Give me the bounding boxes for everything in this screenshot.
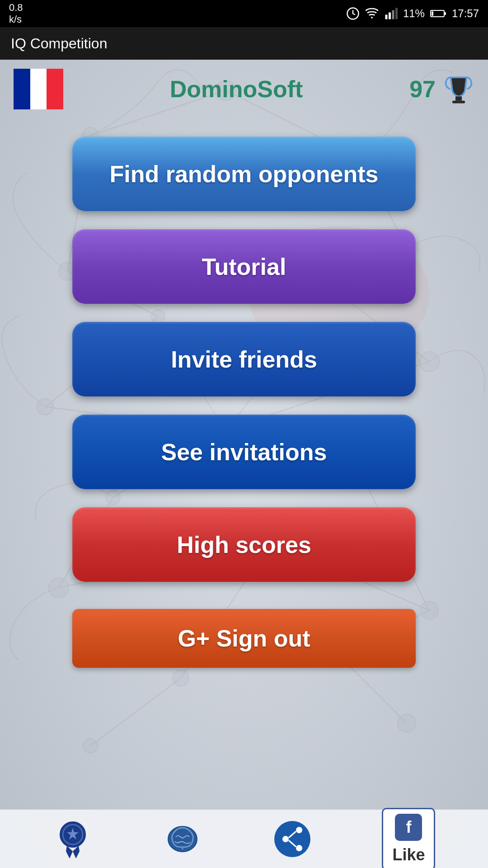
app-name: DominoSoft	[63, 75, 409, 103]
brain-icon	[162, 819, 203, 859]
wifi-icon	[365, 7, 379, 20]
battery-icon	[430, 9, 446, 18]
share-icon	[272, 819, 313, 859]
signout-section: G+ Sign out	[0, 609, 488, 668]
badge-icon	[52, 819, 93, 859]
svg-rect-49	[455, 96, 462, 100]
title-bar: IQ Competition	[0, 27, 488, 60]
status-bar: 0.8 k/s 11% 17:57	[0, 0, 488, 27]
svg-rect-42	[385, 15, 387, 19]
svg-rect-47	[444, 12, 446, 15]
signout-button[interactable]: G+ Sign out	[72, 609, 416, 668]
svg-rect-48	[432, 11, 433, 16]
nav-badge-item[interactable]	[52, 819, 93, 859]
page-title: IQ Competition	[11, 35, 107, 52]
svg-rect-44	[392, 10, 394, 19]
time-display: 17:57	[452, 7, 479, 20]
facebook-icon: f	[395, 814, 422, 841]
svg-rect-45	[395, 8, 398, 19]
trophy-icon	[443, 73, 474, 105]
tutorial-button[interactable]: Tutorial	[72, 229, 416, 304]
network-speed: 0.8	[9, 2, 23, 14]
like-label: Like	[392, 845, 425, 864]
clock-icon	[346, 7, 360, 20]
svg-point-57	[296, 845, 302, 851]
svg-rect-43	[389, 13, 391, 19]
find-opponents-button[interactable]: Find random opponents	[72, 137, 416, 211]
status-icons: 11% 17:57	[346, 7, 479, 20]
svg-rect-50	[452, 101, 465, 104]
bottom-navigation: f Like	[0, 809, 488, 868]
nav-share-item[interactable]	[272, 819, 313, 859]
battery-level: 11%	[403, 7, 425, 20]
network-unit: k/s	[9, 14, 23, 25]
signal-icon	[384, 7, 398, 20]
svg-point-56	[296, 827, 302, 833]
like-button[interactable]: f Like	[382, 808, 435, 868]
svg-point-55	[282, 836, 289, 842]
flag-white	[30, 69, 47, 109]
svg-point-54	[274, 821, 310, 857]
flag-blue	[14, 69, 30, 109]
score-section: 97	[409, 73, 474, 105]
svg-point-41	[371, 17, 373, 19]
nav-brain-item[interactable]	[162, 819, 203, 859]
network-info: 0.8 k/s	[9, 2, 23, 26]
see-invitations-button[interactable]: See invitations	[72, 415, 416, 489]
country-flag	[14, 69, 63, 109]
high-scores-button[interactable]: High scores	[72, 507, 416, 582]
app-header: DominoSoft 97	[0, 60, 488, 118]
user-score: 97	[409, 75, 436, 103]
flag-red	[47, 69, 63, 109]
main-content: Find random opponents Tutorial Invite fr…	[0, 118, 488, 600]
invite-friends-button[interactable]: Invite friends	[72, 322, 416, 396]
svg-line-37	[90, 678, 181, 746]
